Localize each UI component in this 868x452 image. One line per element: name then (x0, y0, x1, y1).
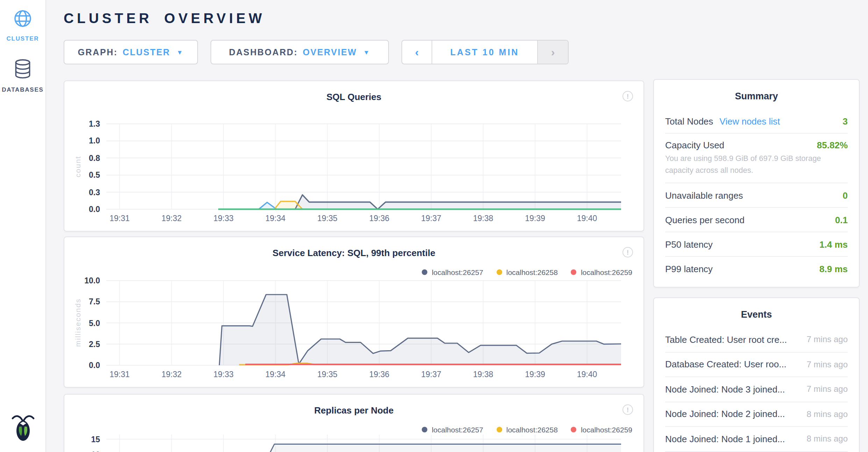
summary-value: 0.1 (835, 214, 848, 225)
capacity-subtext: You are using 598.9 GiB of 697.9 GiB sto… (665, 153, 848, 176)
legend-label: localhost:26258 (506, 268, 558, 276)
events-panel: Events Table Created: User root cre... 7… (653, 297, 860, 452)
summary-label: Capacity Used (665, 140, 724, 150)
graph-dropdown-value: CLUSTER (123, 47, 170, 57)
legend-dot-icon (497, 269, 502, 275)
graph-dropdown-label: GRAPH: (78, 47, 118, 57)
graph-dropdown[interactable]: GRAPH: CLUSTER ▼ (64, 40, 198, 64)
database-icon (13, 59, 32, 82)
sidebar-item-label: DATABASES (2, 86, 43, 93)
dashboard-dropdown[interactable]: DASHBOARD: OVERVIEW ▼ (211, 40, 389, 64)
event-row: Node Joined: Node 1 joined... 8 mins ago (665, 427, 848, 452)
summary-row-unavailable-ranges: Unavailable ranges 0 (665, 183, 848, 208)
sql-queries-plot: 19:3119:3219:3319:3419:3519:3619:3719:38… (106, 124, 621, 209)
info-icon[interactable]: ! (622, 404, 633, 415)
summary-label: P50 latency (665, 239, 713, 249)
summary-row-capacity-used: Capacity Used 85.82% You are using 598.9… (665, 134, 848, 183)
legend-item[interactable]: localhost:26259 (571, 425, 632, 434)
summary-label: P99 latency (665, 264, 713, 274)
events-title: Events (654, 298, 859, 327)
event-text: Node Joined: Node 3 joined... (665, 384, 785, 395)
summary-label: Unavailable ranges (665, 190, 743, 200)
summary-panel: Summary Total Nodes View nodes list 3 Ca… (653, 79, 860, 288)
summary-title: Summary (654, 80, 859, 109)
info-icon[interactable]: ! (622, 91, 633, 101)
time-range-next-button[interactable]: › (537, 41, 568, 64)
summary-value: 1.4 ms (819, 239, 848, 249)
legend-dot-icon (422, 269, 428, 275)
y-axis-label: milliseconds (73, 298, 82, 347)
event-text: Database Created: User roo... (665, 359, 787, 370)
chevron-down-icon: ▼ (177, 49, 184, 56)
legend-label: localhost:26258 (506, 425, 558, 434)
sql-queries-panel: SQL Queries ! count 19:3119:3219:3319:34… (64, 80, 644, 232)
legend-item[interactable]: localhost:26258 (497, 268, 558, 276)
legend-label: localhost:26259 (581, 425, 632, 434)
summary-value: 3 (843, 116, 848, 126)
event-text: Table Created: User root cre... (665, 334, 787, 345)
summary-row-p50-latency: P50 latency 1.4 ms (665, 232, 848, 257)
legend-dot-icon (571, 427, 577, 432)
replicas-per-node-plot: 19:3119:3219:3319:3419:3519:3619:3719:38… (106, 435, 621, 452)
chart-legend: localhost:26257 localhost:26258 localhos… (422, 268, 632, 276)
event-row: Node Joined: Node 3 joined... 7 mins ago (665, 377, 848, 402)
chevron-down-icon: ▼ (363, 49, 370, 56)
sidebar-item-label: CLUSTER (7, 35, 39, 42)
summary-label: Total Nodes (665, 116, 713, 126)
cockroachdb-logo[interactable] (10, 414, 35, 444)
summary-row-total-nodes: Total Nodes View nodes list 3 (665, 109, 848, 134)
time-range-selector: ‹ LAST 10 MIN › (401, 40, 569, 64)
chart-title: Replicas per Node (64, 405, 643, 416)
legend-dot-icon (497, 427, 502, 432)
event-time: 7 mins ago (807, 384, 848, 394)
service-latency-plot: 19:3119:3219:3319:3419:3519:3619:3719:38… (106, 281, 621, 365)
y-axis-label: count (73, 156, 82, 177)
event-time: 8 mins ago (807, 409, 848, 419)
event-time: 7 mins ago (807, 360, 848, 369)
event-row: Table Created: User root cre... 7 mins a… (665, 327, 848, 352)
legend-label: localhost:26259 (581, 268, 632, 276)
sidebar-item-cluster[interactable]: CLUSTER (0, 9, 45, 42)
legend-item[interactable]: localhost:26258 (497, 425, 558, 434)
summary-row-p99-latency: P99 latency 8.9 ms (665, 257, 848, 281)
time-range-value[interactable]: LAST 10 MIN (432, 41, 537, 64)
event-time: 7 mins ago (807, 335, 848, 345)
summary-value: 8.9 ms (819, 264, 848, 274)
legend-label: localhost:26257 (432, 268, 483, 276)
event-row: Database Created: User roo... 7 mins ago (665, 352, 848, 377)
summary-value: 0 (843, 190, 848, 200)
dashboard-dropdown-label: DASHBOARD: (229, 47, 298, 57)
legend-dot-icon (422, 427, 428, 432)
info-icon[interactable]: ! (622, 247, 633, 257)
service-latency-panel: Service Latency: SQL, 99th percentile ! … (64, 236, 644, 388)
legend-item[interactable]: localhost:26257 (422, 425, 483, 434)
dashboard-dropdown-value: OVERVIEW (303, 47, 357, 57)
chart-title: Service Latency: SQL, 99th percentile (64, 248, 643, 258)
event-row: Node Joined: Node 2 joined... 8 mins ago (665, 402, 848, 427)
event-text: Node Joined: Node 1 joined... (665, 434, 785, 444)
globe-icon (13, 9, 32, 31)
controls-bar: GRAPH: CLUSTER ▼ DASHBOARD: OVERVIEW ▼ ‹… (64, 40, 569, 64)
legend-dot-icon (571, 269, 577, 275)
chevron-left-icon: ‹ (415, 46, 419, 58)
event-time: 8 mins ago (807, 434, 848, 444)
sidebar: CLUSTER DATABASES (0, 0, 46, 452)
time-range-prev-button[interactable]: ‹ (402, 41, 432, 64)
chart-legend: localhost:26257 localhost:26258 localhos… (422, 425, 632, 434)
page-title: CLUSTER OVERVIEW (64, 10, 265, 27)
legend-label: localhost:26257 (432, 425, 483, 434)
replicas-per-node-panel: Replicas per Node ! localhost:26257 loca… (64, 394, 644, 452)
sidebar-item-databases[interactable]: DATABASES (0, 59, 45, 93)
legend-item[interactable]: localhost:26259 (571, 268, 632, 276)
chart-title: SQL Queries (64, 92, 643, 102)
legend-item[interactable]: localhost:26257 (422, 268, 483, 276)
chevron-right-icon: › (551, 46, 555, 58)
event-text: Node Joined: Node 2 joined... (665, 409, 785, 419)
view-nodes-list-link[interactable]: View nodes list (719, 116, 780, 126)
cluster-overview-page: CLUSTER DATABASES (0, 0, 868, 452)
summary-value: 85.82% (817, 140, 848, 150)
summary-row-queries-per-second: Queries per second 0.1 (665, 208, 848, 232)
summary-label: Queries per second (665, 214, 745, 225)
